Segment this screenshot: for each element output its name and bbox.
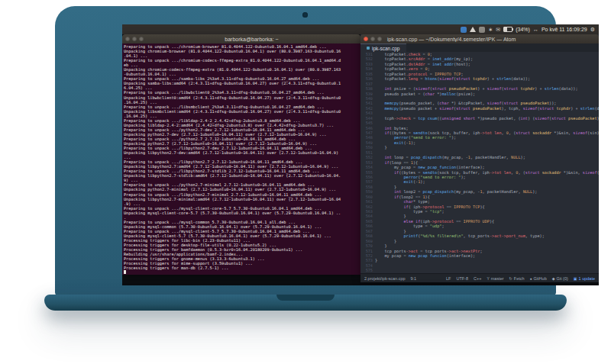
terminal-window: barborka@barborka: ~ Preparing to unpack…	[122, 34, 360, 275]
github-icon: ●	[530, 276, 532, 281]
status-fetch[interactable]: ↻ Fetch	[509, 276, 525, 281]
terminal-maximize-button[interactable]	[139, 37, 144, 41]
terminal-line: Unpacking libpython2.7-minimal:amd64 (2.…	[124, 197, 360, 201]
line-number: 575	[360, 268, 375, 272]
ubuntu-desktop: ∗ ✉ (34%) ↔ Po kvě 11 16:09:29 ⚙ barbork…	[122, 24, 599, 285]
status-git-changes[interactable]: ◆ Git (0)	[552, 276, 568, 281]
terminal-line: Unpacking libsmbclient:amd64 (2:4.3.11+d…	[124, 109, 360, 114]
laptop-lid-notch	[276, 295, 335, 301]
battery-percentage: (34%)	[516, 27, 530, 32]
terminal-close-button[interactable]	[125, 37, 130, 41]
terminal-line: Unpacking samba-libs:amd64 (2:4.3.11+dfs…	[124, 81, 360, 85]
terminal-line: Preparing to unpack .../chromium-codecs-…	[124, 58, 360, 63]
status-git-branch[interactable]: Y master	[487, 276, 503, 281]
system-top-bar: ∗ ✉ (34%) ↔ Po kvě 11 16:09:29 ⚙	[122, 24, 599, 34]
terminal-line: Unpacking libldap-2.4-2:amd64 (2.4.42+df…	[124, 123, 360, 127]
terminal-title: barborka@barborka: ~	[146, 37, 357, 42]
atom-close-button[interactable]	[364, 37, 368, 41]
status-encoding[interactable]: UTF-8	[456, 276, 468, 281]
status-line-ending[interactable]: LF	[446, 276, 451, 281]
atom-maximize-button[interactable]	[377, 37, 382, 41]
input-method-icon[interactable]	[461, 27, 467, 33]
session-gear-icon[interactable]: ⚙	[590, 26, 595, 33]
terminal-cursor	[124, 270, 126, 274]
status-update-badge[interactable]: ▣ 1 update	[574, 276, 595, 281]
atom-title: ipk-scan.cpp — ~/Dokumenty/4.semester/IP…	[384, 37, 596, 42]
terminal-cursor-line	[124, 270, 360, 275]
terminal-line: Unpacking mysql-client-core-5.7 (5.7.30-…	[124, 211, 360, 215]
atom-status-bar: 2.projekt/ipk-scan.cpp 9:1 LF UTF-8 C++ …	[360, 273, 599, 282]
atom-window: ipk-scan.cpp — ~/Dokumenty/4.semester/IP…	[360, 34, 599, 281]
terminal-line: Unpacking python2.7-minimal (2.7.12-1ubu…	[124, 187, 360, 192]
terminal-line: Unpacking libpython2.7-stdlib:amd64 (2.7…	[124, 173, 360, 178]
laptop-screen-bezel: ∗ ✉ (34%) ↔ Po kvě 11 16:09:29 ⚙ barbork…	[55, 6, 556, 296]
laptop-mockup: ∗ ✉ (34%) ↔ Po kvě 11 16:09:29 ⚙ barbork…	[0, 0, 611, 364]
code-line: 575	[360, 268, 599, 272]
git-icon: ◆	[552, 276, 555, 281]
laptop-base	[44, 295, 567, 311]
fetch-icon: ↻	[509, 276, 512, 281]
terminal-line: Unpacking chromium-browser (81.0.4044.12…	[124, 49, 360, 53]
atom-tab-bar: ipk-scan.cpp	[360, 43, 599, 52]
battery-icon[interactable]	[503, 27, 512, 32]
terminal-output[interactable]: Preparing to unpack .../chromium-browser…	[122, 43, 360, 275]
status-syntax[interactable]: C++	[474, 276, 481, 281]
status-github[interactable]: ● GitHub	[530, 276, 547, 281]
sound-icon[interactable]: ↔	[533, 26, 538, 33]
atom-titlebar[interactable]: ipk-scan.cpp — ~/Dokumenty/4.semester/IP…	[360, 34, 599, 43]
atom-minimize-button[interactable]	[370, 37, 375, 41]
keyboard-layout-icon[interactable]	[479, 27, 485, 33]
terminal-line: Unpacking libwbclient0:amd64 (2:4.3.11+d…	[124, 95, 360, 100]
code-editor[interactable]: 531 tcpPacket.check = 0;532 tcpPacket.sr…	[360, 52, 599, 273]
cpp-file-icon	[367, 47, 370, 50]
tab-ipk-scan[interactable]: ipk-scan.cpp	[360, 43, 406, 52]
terminal-line: Unpacking libpython2.7-dev:amd64 (2.7.12…	[124, 150, 360, 155]
status-cursor-position[interactable]: 9:1	[411, 276, 417, 281]
update-icon: ▣	[574, 276, 577, 281]
terminal-titlebar[interactable]: barborka@barborka: ~	[122, 34, 360, 43]
mail-icon[interactable]: ✉	[496, 26, 500, 33]
bluetooth-icon[interactable]: ∗	[488, 26, 493, 33]
webcam-icon	[302, 12, 308, 18]
status-file-path[interactable]: 2.projekt/ipk-scan.cpp	[364, 276, 406, 281]
terminal-minimize-button[interactable]	[132, 37, 137, 41]
clock[interactable]: Po kvě 11 16:09:29	[541, 27, 587, 32]
branch-icon: Y	[487, 276, 489, 281]
wifi-icon[interactable]	[470, 27, 476, 32]
tab-label: ipk-scan.cpp	[372, 46, 400, 51]
